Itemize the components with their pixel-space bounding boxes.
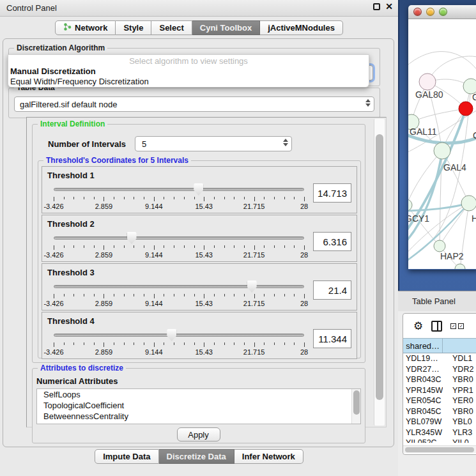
apply-button[interactable]: Apply bbox=[177, 427, 220, 441]
tick-mark bbox=[84, 342, 84, 345]
tab-impute-data[interactable]: Impute Data bbox=[95, 449, 158, 464]
tick-mark bbox=[164, 342, 164, 345]
columns-icon[interactable] bbox=[431, 321, 442, 332]
tick-mark bbox=[204, 342, 204, 347]
close-traffic-light[interactable] bbox=[413, 8, 422, 16]
float-window-icon[interactable] bbox=[373, 3, 380, 10]
tab-select[interactable]: Select bbox=[151, 20, 192, 35]
threshold-4-box: Threshold 4-3.4262.8599.14415.4321.71528… bbox=[42, 312, 357, 359]
tick-mark bbox=[184, 197, 185, 199]
threshold-2-label: Threshold 2 bbox=[47, 219, 351, 229]
table-row[interactable]: YBR045CYBR0 bbox=[403, 406, 476, 417]
table-row[interactable]: YLR345WYLR3 bbox=[403, 427, 476, 438]
threshold-1-box: Threshold 1-3.4262.8599.14415.4321.71528… bbox=[42, 166, 357, 213]
threshold-4-value-field[interactable]: 11.344 bbox=[313, 329, 351, 348]
tick-label: 21.715 bbox=[243, 300, 265, 307]
slider-tick-labels: -3.4262.8599.14415.4321.71528 bbox=[54, 300, 304, 308]
tick-mark bbox=[144, 342, 144, 345]
slider-thumb[interactable] bbox=[194, 183, 203, 196]
node-label-gal4: GAL4 bbox=[443, 162, 466, 173]
attributes-list-scrollbar-thumb[interactable] bbox=[353, 390, 360, 415]
tick-mark bbox=[194, 245, 195, 248]
tick-label: 9.144 bbox=[145, 348, 163, 356]
zoom-traffic-light[interactable] bbox=[439, 8, 447, 16]
tick-mark bbox=[164, 245, 164, 248]
column-header-shared[interactable]: shared… bbox=[403, 339, 443, 353]
table-horizontal-scrollbar[interactable] bbox=[403, 445, 476, 453]
threshold-1-value-field[interactable]: 14.713 bbox=[313, 183, 351, 203]
combo-arrows-icon bbox=[365, 99, 371, 107]
tab-infer-network-label: Infer Network bbox=[242, 452, 295, 461]
network-canvas[interactable]: GAL80G.GAL11CGAL4GCY1HHAP2 bbox=[408, 19, 476, 269]
threshold-1-slider[interactable]: -3.4262.8599.14415.4321.71528 bbox=[54, 182, 304, 211]
table-data-combobox[interactable]: galFiltered.sif default node bbox=[14, 96, 374, 112]
tick-label: 15.43 bbox=[195, 203, 213, 210]
tab-cyni-toolbox[interactable]: Cyni Toolbox bbox=[192, 20, 260, 35]
settings-scrollbar[interactable] bbox=[374, 119, 385, 426]
table-cell: YDL1 bbox=[443, 354, 476, 363]
tick-mark bbox=[164, 294, 164, 296]
column-header-n[interactable]: n bbox=[443, 339, 476, 353]
tick-mark bbox=[194, 342, 195, 345]
attributes-list-scrollbar[interactable] bbox=[351, 389, 360, 424]
table-cell: YDL19… bbox=[403, 354, 443, 363]
tick-label: 15.43 bbox=[195, 251, 213, 259]
threshold-3-slider[interactable]: -3.4262.8599.14415.4321.71528 bbox=[54, 279, 304, 309]
minimize-traffic-light[interactable] bbox=[426, 8, 434, 16]
tick-label: 21.715 bbox=[243, 203, 265, 210]
attribute-item-selfloops[interactable]: SelfLoops bbox=[37, 389, 360, 400]
select-columns-icon[interactable]: ✓ ✓ bbox=[450, 323, 464, 329]
gear-icon[interactable]: ⚙ bbox=[413, 321, 423, 332]
tick-mark bbox=[234, 245, 234, 248]
slider-thumb[interactable] bbox=[247, 280, 257, 293]
tick-mark bbox=[254, 197, 255, 201]
threshold-2-slider[interactable]: -3.4262.8599.14415.4321.71528 bbox=[54, 231, 304, 260]
tick-mark bbox=[204, 245, 204, 250]
network-graph bbox=[408, 19, 476, 269]
numerical-attributes-list[interactable]: SelfLoopsTopologicalCoefficientBetweenne… bbox=[36, 388, 361, 424]
tick-mark bbox=[54, 197, 54, 201]
table-row[interactable]: YDR27…YDR2 bbox=[403, 364, 476, 375]
tick-mark bbox=[73, 342, 74, 345]
threshold-3-value-field[interactable]: 21.4 bbox=[313, 280, 351, 300]
table-cell: YBL0 bbox=[443, 417, 476, 426]
table-cell: YIL052C bbox=[403, 438, 443, 443]
algorithm-dropdown-popup: Select algorithm to view settings Manual… bbox=[8, 54, 369, 88]
settings-scrollbar-thumb[interactable] bbox=[376, 134, 383, 400]
algorithm-option-equal-width-frequency-discretization[interactable]: Equal Width/Frequency Discretization bbox=[8, 77, 369, 87]
slider-thumb[interactable] bbox=[167, 329, 176, 341]
tick-mark bbox=[64, 245, 65, 248]
table-row[interactable]: YDL19…YDL1 bbox=[403, 353, 476, 364]
table-row[interactable]: YIL052CYIL0 bbox=[403, 438, 476, 443]
thresholds-group-title: Threshold's Coordinates for 5 Intervals bbox=[43, 156, 191, 165]
attribute-item-betweennesscentrality[interactable]: BetweennessCentrality bbox=[37, 411, 360, 422]
threshold-list: Threshold 1-3.4262.8599.14415.4321.71528… bbox=[42, 166, 357, 355]
tab-network[interactable]: Network bbox=[55, 20, 116, 35]
network-node bbox=[455, 264, 465, 269]
algorithm-option-manual-discretization[interactable]: Manual Discretization bbox=[8, 66, 369, 77]
tick-mark bbox=[264, 197, 265, 199]
tick-label: 21.715 bbox=[243, 348, 265, 356]
threshold-4-slider[interactable]: -3.4262.8599.14415.4321.71528 bbox=[54, 328, 304, 357]
table-row[interactable]: YBR043CYBR0 bbox=[403, 374, 476, 385]
threshold-2-value-field[interactable]: 6.316 bbox=[313, 232, 351, 251]
number-of-intervals-spinner[interactable]: 5 bbox=[135, 136, 292, 151]
tab-cyni-toolbox-label: Cyni Toolbox bbox=[200, 23, 252, 33]
close-icon[interactable]: ✕ bbox=[385, 3, 393, 10]
attribute-item-topologicalcoefficient[interactable]: TopologicalCoefficient bbox=[37, 400, 360, 411]
tick-label: -3.426 bbox=[43, 251, 63, 259]
control-panel-window: Control Panel ✕ NetworkStyleSelectCyni T… bbox=[0, 0, 398, 476]
table-row[interactable]: YBL079WYBL0 bbox=[403, 417, 476, 427]
slider-thumb[interactable] bbox=[127, 232, 137, 244]
table-row[interactable]: YPR145WYPR1 bbox=[403, 385, 476, 396]
table-horizontal-scrollbar-thumb[interactable] bbox=[405, 447, 474, 452]
tick-mark bbox=[114, 342, 114, 345]
tick-mark bbox=[124, 294, 125, 296]
tab-style[interactable]: Style bbox=[116, 20, 151, 35]
tab-discretize-data[interactable]: Discretize Data bbox=[159, 449, 234, 464]
tab-infer-network[interactable]: Infer Network bbox=[234, 449, 303, 464]
tick-label: -3.426 bbox=[43, 203, 63, 210]
table-data-group: Table Data galFiltered.sif default node bbox=[8, 88, 380, 118]
tab-jactivemnodules[interactable]: jActiveMNodules bbox=[260, 20, 343, 35]
table-row[interactable]: YER054CYER0 bbox=[403, 395, 476, 406]
